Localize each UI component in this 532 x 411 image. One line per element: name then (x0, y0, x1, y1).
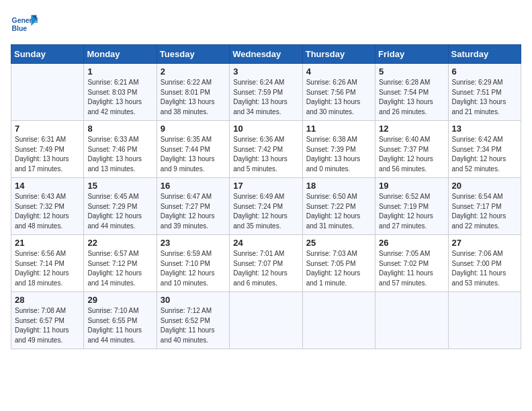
calendar-cell (375, 292, 448, 349)
calendar-cell: 30Sunrise: 7:12 AM Sunset: 6:52 PM Dayli… (157, 292, 229, 349)
day-number: 14 (15, 181, 80, 191)
calendar-week-4: 21Sunrise: 6:56 AM Sunset: 7:14 PM Dayli… (11, 235, 521, 292)
day-info: Sunrise: 6:22 AM Sunset: 8:01 PM Dayligh… (161, 78, 226, 117)
day-info: Sunrise: 6:54 AM Sunset: 7:17 PM Dayligh… (452, 192, 517, 231)
day-info: Sunrise: 6:31 AM Sunset: 7:49 PM Dayligh… (15, 135, 80, 174)
calendar-cell: 1Sunrise: 6:21 AM Sunset: 8:03 PM Daylig… (84, 64, 157, 121)
calendar-week-2: 7Sunrise: 6:31 AM Sunset: 7:49 PM Daylig… (11, 121, 521, 178)
calendar-cell: 25Sunrise: 7:03 AM Sunset: 7:05 PM Dayli… (302, 235, 375, 292)
calendar-cell: 8Sunrise: 6:33 AM Sunset: 7:46 PM Daylig… (84, 121, 157, 178)
calendar-cell: 20Sunrise: 6:54 AM Sunset: 7:17 PM Dayli… (448, 178, 521, 235)
calendar-week-3: 14Sunrise: 6:43 AM Sunset: 7:32 PM Dayli… (11, 178, 521, 235)
day-info: Sunrise: 6:52 AM Sunset: 7:19 PM Dayligh… (379, 192, 444, 231)
day-info: Sunrise: 6:33 AM Sunset: 7:46 PM Dayligh… (87, 135, 152, 174)
weekday-header-saturday: Saturday (448, 45, 521, 64)
calendar-cell (230, 292, 302, 349)
calendar-cell: 28Sunrise: 7:08 AM Sunset: 6:57 PM Dayli… (11, 292, 84, 349)
calendar-cell (11, 64, 84, 121)
weekday-header-tuesday: Tuesday (157, 45, 229, 64)
day-info: Sunrise: 6:28 AM Sunset: 7:54 PM Dayligh… (379, 78, 444, 117)
day-info: Sunrise: 6:38 AM Sunset: 7:39 PM Dayligh… (306, 135, 371, 174)
day-number: 24 (233, 238, 298, 248)
weekday-header-thursday: Thursday (302, 45, 375, 64)
day-info: Sunrise: 6:50 AM Sunset: 7:22 PM Dayligh… (306, 192, 371, 231)
calendar-cell: 9Sunrise: 6:35 AM Sunset: 7:44 PM Daylig… (157, 121, 229, 178)
calendar-cell: 6Sunrise: 6:29 AM Sunset: 7:51 PM Daylig… (448, 64, 521, 121)
day-info: Sunrise: 6:59 AM Sunset: 7:10 PM Dayligh… (161, 249, 226, 288)
day-number: 19 (379, 181, 444, 191)
calendar-cell: 13Sunrise: 6:42 AM Sunset: 7:34 PM Dayli… (448, 121, 521, 178)
logo: General Blue (11, 11, 40, 38)
day-number: 2 (161, 66, 226, 77)
day-number: 20 (452, 181, 517, 191)
day-number: 10 (233, 124, 298, 134)
calendar-table: SundayMondayTuesdayWednesdayThursdayFrid… (11, 44, 521, 349)
day-info: Sunrise: 7:06 AM Sunset: 7:00 PM Dayligh… (452, 249, 517, 288)
day-info: Sunrise: 6:35 AM Sunset: 7:44 PM Dayligh… (161, 135, 226, 174)
calendar-cell (448, 292, 521, 349)
day-number: 29 (87, 295, 152, 305)
weekday-header-sunday: Sunday (11, 45, 84, 64)
calendar-cell: 14Sunrise: 6:43 AM Sunset: 7:32 PM Dayli… (11, 178, 84, 235)
calendar-cell: 18Sunrise: 6:50 AM Sunset: 7:22 PM Dayli… (302, 178, 375, 235)
day-info: Sunrise: 6:36 AM Sunset: 7:42 PM Dayligh… (233, 135, 298, 174)
day-info: Sunrise: 6:49 AM Sunset: 7:24 PM Dayligh… (233, 192, 298, 231)
day-number: 11 (306, 124, 371, 134)
day-info: Sunrise: 7:01 AM Sunset: 7:07 PM Dayligh… (233, 249, 298, 288)
day-number: 4 (306, 66, 371, 77)
calendar-cell: 21Sunrise: 6:56 AM Sunset: 7:14 PM Dayli… (11, 235, 84, 292)
day-number: 1 (87, 66, 152, 77)
calendar-cell (302, 292, 375, 349)
calendar-cell: 2Sunrise: 6:22 AM Sunset: 8:01 PM Daylig… (157, 64, 229, 121)
calendar-cell: 17Sunrise: 6:49 AM Sunset: 7:24 PM Dayli… (230, 178, 302, 235)
day-info: Sunrise: 6:42 AM Sunset: 7:34 PM Dayligh… (452, 135, 517, 174)
calendar-cell: 12Sunrise: 6:40 AM Sunset: 7:37 PM Dayli… (375, 121, 448, 178)
day-number: 17 (233, 181, 298, 191)
day-number: 23 (161, 238, 226, 248)
calendar-cell: 19Sunrise: 6:52 AM Sunset: 7:19 PM Dayli… (375, 178, 448, 235)
calendar-cell: 7Sunrise: 6:31 AM Sunset: 7:49 PM Daylig… (11, 121, 84, 178)
day-number: 5 (379, 66, 444, 77)
day-number: 16 (161, 181, 226, 191)
page-header: General Blue (11, 11, 521, 38)
calendar-cell: 24Sunrise: 7:01 AM Sunset: 7:07 PM Dayli… (230, 235, 302, 292)
weekday-header-monday: Monday (84, 45, 157, 64)
day-number: 27 (452, 238, 517, 248)
day-info: Sunrise: 7:05 AM Sunset: 7:02 PM Dayligh… (379, 249, 444, 288)
calendar-cell: 5Sunrise: 6:28 AM Sunset: 7:54 PM Daylig… (375, 64, 448, 121)
weekday-header-wednesday: Wednesday (230, 45, 302, 64)
day-info: Sunrise: 7:10 AM Sunset: 6:55 PM Dayligh… (87, 306, 152, 345)
day-number: 9 (161, 124, 226, 134)
day-number: 6 (452, 66, 517, 77)
day-info: Sunrise: 6:56 AM Sunset: 7:14 PM Dayligh… (15, 249, 80, 288)
day-info: Sunrise: 6:47 AM Sunset: 7:27 PM Dayligh… (161, 192, 226, 231)
day-info: Sunrise: 7:03 AM Sunset: 7:05 PM Dayligh… (306, 249, 371, 288)
day-number: 28 (15, 295, 80, 305)
day-info: Sunrise: 6:43 AM Sunset: 7:32 PM Dayligh… (15, 192, 80, 231)
calendar-cell: 15Sunrise: 6:45 AM Sunset: 7:29 PM Dayli… (84, 178, 157, 235)
day-number: 12 (379, 124, 444, 134)
day-info: Sunrise: 6:26 AM Sunset: 7:56 PM Dayligh… (306, 78, 371, 117)
day-info: Sunrise: 6:21 AM Sunset: 8:03 PM Dayligh… (87, 78, 152, 117)
day-info: Sunrise: 6:40 AM Sunset: 7:37 PM Dayligh… (379, 135, 444, 174)
weekday-header-friday: Friday (375, 45, 448, 64)
day-number: 26 (379, 238, 444, 248)
day-info: Sunrise: 6:57 AM Sunset: 7:12 PM Dayligh… (87, 249, 152, 288)
calendar-cell: 3Sunrise: 6:24 AM Sunset: 7:59 PM Daylig… (230, 64, 302, 121)
day-info: Sunrise: 6:29 AM Sunset: 7:51 PM Dayligh… (452, 78, 517, 117)
day-info: Sunrise: 6:45 AM Sunset: 7:29 PM Dayligh… (87, 192, 152, 231)
calendar-cell: 27Sunrise: 7:06 AM Sunset: 7:00 PM Dayli… (448, 235, 521, 292)
day-number: 8 (87, 124, 152, 134)
weekday-header-row: SundayMondayTuesdayWednesdayThursdayFrid… (11, 45, 521, 64)
day-number: 18 (306, 181, 371, 191)
calendar-cell: 11Sunrise: 6:38 AM Sunset: 7:39 PM Dayli… (302, 121, 375, 178)
calendar-cell: 16Sunrise: 6:47 AM Sunset: 7:27 PM Dayli… (157, 178, 229, 235)
day-info: Sunrise: 7:08 AM Sunset: 6:57 PM Dayligh… (15, 306, 80, 345)
calendar-cell: 4Sunrise: 6:26 AM Sunset: 7:56 PM Daylig… (302, 64, 375, 121)
calendar-cell: 10Sunrise: 6:36 AM Sunset: 7:42 PM Dayli… (230, 121, 302, 178)
day-number: 15 (87, 181, 152, 191)
calendar-week-5: 28Sunrise: 7:08 AM Sunset: 6:57 PM Dayli… (11, 292, 521, 349)
svg-text:Blue: Blue (12, 25, 28, 32)
calendar-week-1: 1Sunrise: 6:21 AM Sunset: 8:03 PM Daylig… (11, 64, 521, 121)
day-number: 13 (452, 124, 517, 134)
